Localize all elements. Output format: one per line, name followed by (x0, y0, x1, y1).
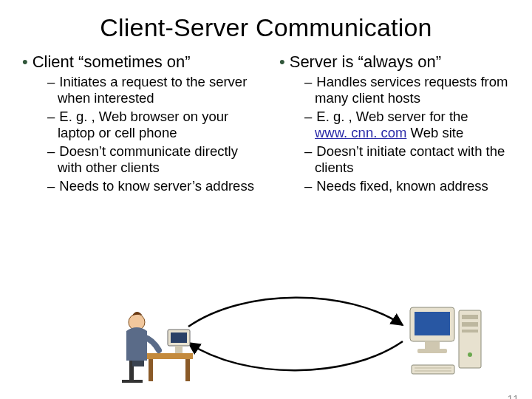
cnn-link[interactable]: www. cnn. com (315, 125, 406, 140)
right-heading-text: Server is “always on” (290, 52, 441, 71)
request-arrow-icon (188, 298, 403, 327)
svg-rect-18 (417, 349, 447, 353)
svg-rect-2 (185, 359, 190, 381)
list-item: –Doesn’t communicate directly with other… (47, 143, 259, 175)
svg-rect-1 (149, 359, 153, 381)
list-item: –Initiates a request to the server when … (47, 74, 259, 106)
person-at-desk-icon (122, 312, 193, 383)
right-column: •Server is “always on” –Handles services… (266, 48, 532, 197)
svg-rect-5 (175, 346, 183, 353)
svg-rect-16 (415, 312, 450, 335)
svg-rect-13 (462, 330, 478, 332)
dash-icon: – (304, 109, 312, 124)
left-heading: •Client “sometimes on” (22, 52, 263, 71)
dash-icon: – (47, 109, 55, 124)
svg-rect-4 (171, 332, 187, 343)
list-item: –Needs to know server’s address (47, 178, 259, 194)
svg-rect-8 (122, 380, 143, 383)
response-arrow-icon (188, 341, 403, 370)
dash-icon: – (304, 178, 312, 194)
list-item: –Doesn’t initiate contact with the clien… (304, 143, 513, 175)
left-heading-text: Client “sometimes on” (33, 52, 191, 71)
page-number: 11 (507, 393, 519, 399)
bullet-icon: • (279, 52, 285, 71)
right-heading: •Server is “always on” (279, 52, 517, 71)
svg-rect-17 (425, 341, 440, 349)
left-column: •Client “sometimes on” –Initiates a requ… (0, 48, 266, 197)
list-item: –Handles services requests from many cli… (304, 74, 513, 106)
svg-point-14 (468, 352, 472, 357)
desktop-computer-icon (410, 307, 481, 374)
dash-icon: – (47, 143, 55, 159)
svg-rect-12 (462, 322, 478, 327)
list-item: –E. g. , Web server for the www. cnn. co… (304, 109, 513, 140)
dash-icon: – (304, 143, 312, 159)
svg-rect-9 (132, 361, 144, 366)
right-sublist: –Handles services requests from many cli… (304, 74, 517, 194)
diagram (0, 282, 532, 393)
dash-icon: – (47, 178, 55, 194)
dash-icon: – (47, 74, 55, 89)
bullet-icon: • (22, 52, 28, 71)
list-item: –Needs fixed, known address (304, 178, 513, 194)
svg-rect-0 (147, 353, 193, 359)
columns: •Client “sometimes on” –Initiates a requ… (0, 48, 532, 197)
svg-rect-11 (462, 315, 478, 319)
dash-icon: – (304, 74, 312, 89)
slide: Client-Server Communication •Client “som… (0, 13, 532, 399)
svg-rect-19 (412, 365, 454, 374)
list-item: –E. g. , Web browser on your laptop or c… (47, 109, 259, 140)
slide-title: Client-Server Communication (0, 13, 532, 42)
left-sublist: –Initiates a request to the server when … (47, 74, 263, 194)
